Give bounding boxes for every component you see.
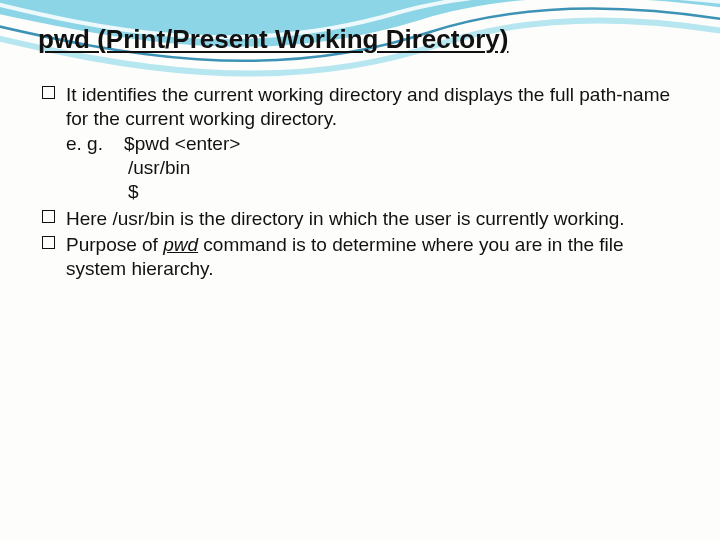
list-item: Purpose of pwd command is to determine w… (42, 233, 682, 282)
bullet-list: It identifies the current working direct… (42, 83, 682, 282)
list-item: It identifies the current working direct… (42, 83, 682, 205)
example-prompt: $ (66, 180, 682, 204)
bullet-text-underlined: pwd (163, 234, 198, 255)
square-bullet-icon (42, 210, 55, 223)
list-item: Here /usr/bin is the directory in which … (42, 207, 682, 231)
slide-title: pwd (Print/Present Working Directory) (38, 24, 682, 55)
example-command: $pwd <enter> (124, 133, 240, 154)
example-line: e. g. $pwd <enter> (66, 132, 682, 156)
bullet-text: Here /usr/bin is the directory in which … (66, 208, 625, 229)
example-output: /usr/bin (66, 156, 682, 180)
bullet-text: It identifies the current working direct… (66, 84, 670, 129)
square-bullet-icon (42, 236, 55, 249)
bullet-text-prefix: Purpose of (66, 234, 163, 255)
slide-content: pwd (Print/Present Working Directory) It… (0, 0, 720, 282)
square-bullet-icon (42, 86, 55, 99)
example-label: e. g. (66, 133, 103, 154)
